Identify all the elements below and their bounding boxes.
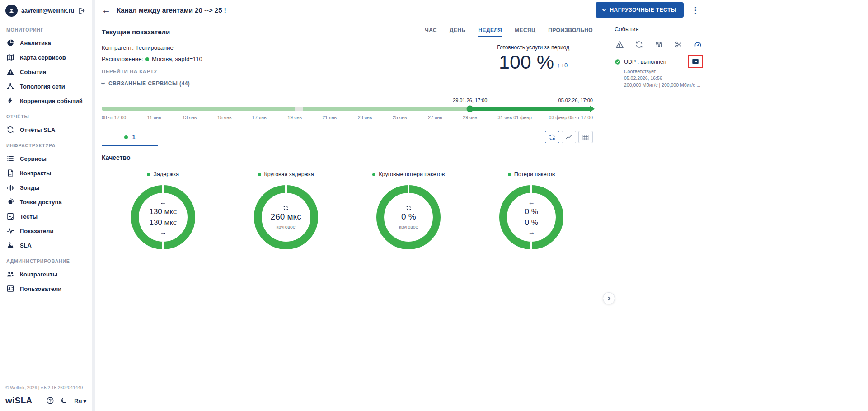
- line-chart-view-button[interactable]: [562, 131, 576, 143]
- timeline-range-start: 29.01.26, 17:00: [453, 98, 487, 103]
- timeline-handle[interactable]: [467, 106, 474, 112]
- arrow-left-icon: ←: [528, 198, 535, 206]
- status-dot: [147, 173, 150, 176]
- sidebar-item-contracts[interactable]: Контракты: [0, 166, 92, 180]
- highlighted-report-icon[interactable]: [688, 55, 703, 68]
- person-icon: [8, 7, 15, 14]
- service-map-icon: [6, 53, 14, 61]
- arrow-left-icon: ←: [160, 198, 166, 206]
- alarm-filter-icon[interactable]: [615, 40, 624, 49]
- refresh-view-button[interactable]: [545, 131, 559, 143]
- timeline-range-end: 05.02.26, 17:00: [558, 98, 593, 103]
- sidebar-item-topology[interactable]: Топология сети: [0, 79, 92, 93]
- contractor-line: Контрагент: Тестирование: [102, 44, 202, 51]
- sidebar-item-services[interactable]: Сервисы: [0, 151, 92, 166]
- status-dot: [258, 173, 261, 176]
- event-list-item[interactable]: UDP : выполнен Соответствует 05.02.2026,…: [615, 59, 703, 89]
- chart-tab-1[interactable]: 1: [102, 130, 158, 146]
- status-dot: [372, 173, 375, 176]
- kebab-menu-icon[interactable]: ⋮: [690, 5, 702, 15]
- users-icon: [6, 285, 14, 293]
- gauge-delay: Задержка ← 130 мкс 130 мкс →: [102, 171, 225, 249]
- sidebar-item-correlation[interactable]: Корреляция событий: [0, 93, 92, 108]
- counterparties-icon: [6, 270, 14, 278]
- section-title-administration: АДМИНИСТРИРОВАНИЕ: [0, 252, 92, 267]
- logout-icon[interactable]: [78, 7, 86, 15]
- event-time: 05.02.2026, 16:56: [624, 75, 703, 82]
- timeline: 29.01.26, 17:00 05.02.26, 17:00 08 чт 17…: [102, 98, 593, 121]
- period-tab-day[interactable]: ДЕНЬ: [450, 27, 465, 37]
- line-chart-icon: [565, 134, 572, 141]
- event-status: Соответствует: [624, 68, 703, 75]
- timeline-track[interactable]: [102, 107, 593, 111]
- chevron-down-icon: [602, 7, 606, 11]
- table-icon: [582, 134, 589, 141]
- timeline-end-handle[interactable]: [590, 105, 595, 112]
- go-to-map-link[interactable]: ПЕРЕЙТИ НА КАРТУ: [102, 69, 202, 74]
- location-line: Расположение: Москва, sapId=110: [102, 56, 202, 62]
- events-panel: События: [609, 20, 708, 411]
- avatar[interactable]: [5, 5, 18, 17]
- refresh-filter-icon[interactable]: [635, 40, 643, 49]
- language-selector[interactable]: Ru ▾: [74, 397, 86, 404]
- sidebar: aavrelin@wellink.ru МОНИТОРИНГ Аналитика…: [0, 0, 92, 411]
- content-column: ← Канал между агентами 20 --> 25 ! НАГРУ…: [95, 0, 708, 411]
- availability-value: 100 %: [499, 51, 554, 73]
- page-header: ← Канал между агентами 20 --> 25 ! НАГРУ…: [95, 0, 708, 20]
- panel-collapse-button[interactable]: [603, 292, 615, 304]
- topology-icon: [6, 82, 14, 90]
- sidebar-item-sla[interactable]: SLA: [0, 238, 92, 252]
- wisla-logo[interactable]: wiSLA: [5, 396, 40, 406]
- quality-gauges: Задержка ← 130 мкс 130 мкс → Круговая за…: [102, 171, 593, 249]
- dark-mode-icon[interactable]: [60, 397, 68, 405]
- sidebar-item-access-points[interactable]: Точки доступа: [0, 195, 92, 209]
- period-tab-hour[interactable]: ЧАС: [425, 27, 437, 37]
- section-title: Текущие показатели: [102, 28, 425, 36]
- tune-filter-icon[interactable]: [655, 40, 663, 49]
- donut-gauge: ← 130 мкс 130 мкс →: [131, 185, 195, 249]
- sidebar-item-sla-reports[interactable]: Отчёты SLA: [0, 122, 92, 137]
- sidebar-footer: © Wellink, 2026 | v.5.2.15.2602041449 wi…: [0, 383, 92, 411]
- period-tabs: ЧАС ДЕНЬ НЕДЕЛЯ МЕСЯЦ ПРОИЗВОЛЬНО: [425, 27, 593, 37]
- chart-tabbar: 1: [102, 130, 593, 146]
- related-services-toggle[interactable]: СВЯЗАННЫЕ СЕРВИСЫ (44): [102, 80, 593, 87]
- page-title: Канал между агентами 20 --> 25 !: [117, 6, 590, 14]
- arrow-right-icon: →: [160, 228, 166, 236]
- sla-reports-icon: [6, 126, 14, 134]
- period-tab-custom[interactable]: ПРОИЗВОЛЬНО: [548, 27, 593, 37]
- chevron-down-icon: [101, 81, 105, 84]
- events-toolbar: [615, 40, 703, 49]
- sidebar-item-users[interactable]: Пользователи: [0, 281, 92, 296]
- period-tab-month[interactable]: МЕСЯЦ: [515, 27, 535, 37]
- sidebar-item-tests[interactable]: Тесты: [0, 209, 92, 224]
- user-email: aavrelin@wellink.ru: [21, 8, 75, 14]
- sidebar-item-indicators[interactable]: Показатели: [0, 224, 92, 238]
- arrow-right-icon: →: [528, 228, 535, 236]
- sla-icon: [6, 241, 14, 249]
- sidebar-item-probes[interactable]: Зонды: [0, 180, 92, 195]
- access-points-icon: [6, 198, 14, 206]
- refresh-icon: [549, 134, 556, 141]
- correlation-icon: [6, 97, 14, 105]
- help-icon[interactable]: [46, 397, 54, 405]
- success-check-icon: [615, 59, 621, 65]
- round-trip-icon: [406, 205, 412, 211]
- period-tab-week[interactable]: НЕДЕЛЯ: [478, 27, 502, 37]
- view-switcher: [545, 131, 593, 143]
- back-button[interactable]: ←: [102, 5, 111, 14]
- status-dot: [508, 173, 511, 176]
- sidebar-item-counterparties[interactable]: Контрагенты: [0, 267, 92, 281]
- gauge-filter-icon[interactable]: [694, 40, 702, 49]
- sidebar-item-events[interactable]: События: [0, 65, 92, 79]
- sidebar-item-service-map[interactable]: Карта сервисов: [0, 50, 92, 65]
- probes-icon: [6, 183, 14, 191]
- chevron-down-icon: ▾: [83, 397, 86, 404]
- availability-block: Готовность услуги за период 100 % ↑ +0: [497, 44, 569, 74]
- sidebar-item-analytics[interactable]: Аналитика: [0, 36, 92, 50]
- table-view-button[interactable]: [578, 131, 593, 143]
- event-name: UDP : выполнен: [624, 59, 666, 65]
- scissors-filter-icon[interactable]: [674, 40, 683, 49]
- tests-icon: [6, 212, 14, 220]
- load-tests-button[interactable]: НАГРУЗОЧНЫЕ ТЕСТЫ: [596, 2, 684, 18]
- status-dot: [124, 135, 128, 139]
